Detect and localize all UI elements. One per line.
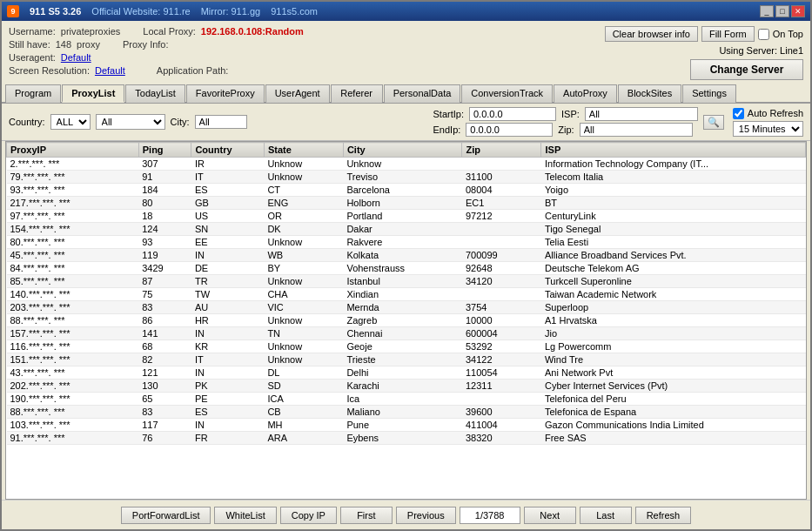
table-row[interactable]: 45.***.***. ***119INWBKolkata700099Allia… xyxy=(7,249,806,262)
table-row[interactable]: 80.***.***. ***93EEUnknowRakvereTelia Ee… xyxy=(7,236,806,249)
table-row[interactable]: 190.***.***. ***65PEICAIcaTelefonica del… xyxy=(7,393,806,406)
mirror-link[interactable]: Mirror: 911.gg xyxy=(201,6,260,17)
table-cell: Cyber Internet Services (Pvt) xyxy=(541,380,806,393)
table-row[interactable]: 151.***.***. ***82ITUnknowTrieste34122Wi… xyxy=(7,353,806,366)
table-cell: 184 xyxy=(138,184,191,197)
tab-blocksites[interactable]: BlockSites xyxy=(618,84,681,103)
whitelist-button[interactable]: WhiteList xyxy=(214,507,276,524)
useragent-value[interactable]: Default xyxy=(61,52,91,63)
search-button[interactable]: 🔍 xyxy=(703,115,724,130)
screen-res-value[interactable]: Default xyxy=(95,65,125,76)
table-row[interactable]: 154.***.***. ***124SNDKDakarTigo Senegal xyxy=(7,223,806,236)
proxy-table: ProxyIP Ping Country State City Zip ISP … xyxy=(6,142,806,445)
portforward-button[interactable]: PortForwardList xyxy=(121,507,211,524)
endip-input[interactable] xyxy=(466,123,553,137)
table-cell: PE xyxy=(191,393,264,406)
official-website-link[interactable]: Official Website: 911.re xyxy=(91,6,190,17)
clear-browser-button[interactable]: Clear browser info xyxy=(605,26,698,42)
country-filter-select[interactable]: ALL xyxy=(50,114,91,130)
table-cell: CenturyLink xyxy=(541,210,806,223)
col-ping[interactable]: Ping xyxy=(138,143,191,158)
table-cell: Xindian xyxy=(343,288,462,301)
table-cell: CB xyxy=(264,406,343,419)
table-cell: TR xyxy=(191,275,264,288)
last-button[interactable]: Last xyxy=(580,507,632,524)
tab-proxylist[interactable]: ProxyList xyxy=(62,84,124,103)
tab-conversiontrack[interactable]: ConversionTrack xyxy=(461,84,553,103)
table-cell: 38320 xyxy=(462,432,541,445)
table-cell: DE xyxy=(191,262,264,275)
table-cell: EE xyxy=(191,236,264,249)
zip-input[interactable] xyxy=(580,123,693,137)
previous-button[interactable]: Previous xyxy=(396,507,456,524)
refresh-interval-select[interactable]: 15 Minutes 5 Minutes 30 Minutes xyxy=(733,121,803,137)
table-row[interactable]: 103.***.***. ***117INMHPune411004Gazon C… xyxy=(7,419,806,432)
table-row[interactable]: 140.***.***. ***75TWCHAXindianTaiwan Aca… xyxy=(7,288,806,301)
table-row[interactable]: 91.***.***. ***76FRARAEybens38320Free SA… xyxy=(7,432,806,445)
tab-todaylist[interactable]: TodayList xyxy=(125,84,185,103)
tab-program[interactable]: Program xyxy=(5,84,61,103)
table-cell: Unknow xyxy=(264,158,343,171)
first-button[interactable]: First xyxy=(340,507,393,524)
table-row[interactable]: 116.***.***. ***68KRUnknowGeoje53292Lg P… xyxy=(7,340,806,353)
table-row[interactable]: 203.***.***. ***83AUVICMernda3754Superlo… xyxy=(7,301,806,314)
state-filter-select[interactable]: All xyxy=(96,114,165,130)
minimize-button[interactable]: _ xyxy=(760,5,774,17)
col-proxyip[interactable]: ProxyIP xyxy=(7,143,139,158)
table-cell: Telia Eesti xyxy=(541,236,806,249)
table-row[interactable]: 88.***.***. ***83ESCBMaliano39600Telefon… xyxy=(7,406,806,419)
col-isp[interactable]: ISP xyxy=(541,143,806,158)
table-row[interactable]: 217.***.***. ***80GBENGHolbornEC1BT xyxy=(7,197,806,210)
col-state[interactable]: State xyxy=(264,143,343,158)
table-cell: Alliance Broadband Services Pvt. xyxy=(541,249,806,262)
table-cell: VIC xyxy=(264,301,343,314)
table-cell: Mernda xyxy=(343,301,462,314)
tab-useragent[interactable]: UserAgent xyxy=(265,84,330,103)
table-row[interactable]: 85.***.***. ***87TRUnknowIstanbul34120Tu… xyxy=(7,275,806,288)
table-cell: IR xyxy=(191,158,264,171)
table-cell: 86 xyxy=(138,314,191,327)
table-row[interactable]: 88.***.***. ***86HRUnknowZagreb10000A1 H… xyxy=(7,314,806,327)
col-country[interactable]: Country xyxy=(191,143,264,158)
close-button[interactable]: ✕ xyxy=(791,5,805,17)
table-cell: ES xyxy=(191,184,264,197)
table-row[interactable]: 2.***.***. ***307IRUnknowUnknowInformati… xyxy=(7,158,806,171)
table-cell: ES xyxy=(191,406,264,419)
table-cell: 130 xyxy=(138,380,191,393)
tab-personaldata[interactable]: PersonalData xyxy=(384,84,461,103)
altsite-link[interactable]: 911s5.com xyxy=(271,6,318,17)
table-cell: Unknow xyxy=(264,275,343,288)
tab-favoriteproxy[interactable]: FavoriteProxy xyxy=(186,84,265,103)
change-server-button[interactable]: Change Server xyxy=(690,59,803,80)
tabs-bar: Program ProxyList TodayList FavoriteProx… xyxy=(2,84,810,104)
auto-refresh-checkbox[interactable] xyxy=(733,108,744,119)
filter-row: Country: ALL All City: StartIp: ISP: End… xyxy=(2,104,810,141)
refresh-button[interactable]: Refresh xyxy=(635,507,692,524)
startip-input[interactable] xyxy=(469,107,556,121)
col-city[interactable]: City xyxy=(343,143,462,158)
table-row[interactable]: 202.***.***. ***130PKSDKarachi12311Cyber… xyxy=(7,380,806,393)
table-cell: 116.***.***. *** xyxy=(7,340,139,353)
table-cell: 83 xyxy=(138,301,191,314)
col-zip[interactable]: Zip xyxy=(462,143,541,158)
copy-ip-button[interactable]: Copy IP xyxy=(280,507,337,524)
tab-settings[interactable]: Settings xyxy=(682,84,736,103)
isp-input[interactable] xyxy=(585,107,698,121)
tab-autoproxy[interactable]: AutoProxy xyxy=(554,84,617,103)
city-filter-input[interactable] xyxy=(195,115,247,129)
table-row[interactable]: 157.***.***. ***141INTNChennai600004Jio xyxy=(7,327,806,340)
table-row[interactable]: 97.***.***. ***18USORPortland97212Centur… xyxy=(7,210,806,223)
tab-referer[interactable]: Referer xyxy=(331,84,383,103)
table-row[interactable]: 43.***.***. ***121INDLDelhi110054Ani Net… xyxy=(7,366,806,380)
table-cell: Jio xyxy=(541,327,806,340)
table-row[interactable]: 79.***.***. ***91ITUnknowTreviso31100Tel… xyxy=(7,171,806,184)
table-row[interactable]: 93.***.***. ***184ESCTBarcelona08004Yoig… xyxy=(7,184,806,197)
next-button[interactable]: Next xyxy=(524,507,576,524)
maximize-button[interactable]: □ xyxy=(775,5,789,17)
table-cell: Taiwan Academic Network xyxy=(541,288,806,301)
on-top-checkbox[interactable] xyxy=(758,29,769,40)
startip-label: StartIp: xyxy=(433,109,464,119)
table-cell: IT xyxy=(191,171,264,184)
fill-form-button[interactable]: Fill Form xyxy=(701,26,755,42)
table-row[interactable]: 84.***.***. ***3429DEBYVohenstrauss92648… xyxy=(7,262,806,275)
